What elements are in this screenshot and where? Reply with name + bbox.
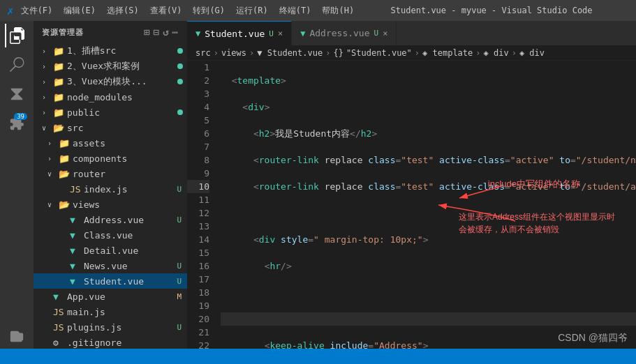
code-line-3: <h2>我是Student内容</h2> [221,127,636,140]
vue-file-icon: ▼ [70,230,81,241]
code-area[interactable]: 12345 6789 10 1112131415 1617181920 2122… [187,61,636,349]
tab-address-vue[interactable]: ▼ Address.vue U × [292,21,397,45]
sidebar-item-gitignore[interactable]: ⚙ .gitignore [34,335,187,349]
arrow-icon: › [47,155,59,162]
close-tab-icon[interactable]: × [383,29,387,38]
tab-modified: U [374,29,379,38]
sidebar-item-components[interactable]: › 📁 components [34,151,187,166]
js-file-icon: JS [53,322,64,333]
new-folder-icon[interactable]: ⊟ [154,26,160,38]
menu-file[interactable]: 文件(F) [21,5,53,17]
status-dot [177,109,183,115]
vue-file-icon: ▼ [70,245,81,256]
item-label: router [73,169,187,179]
watermark: CSDN @猫四爷 [558,332,628,344]
sidebar-item-main-js[interactable]: JS main.js [34,304,187,319]
sidebar-item-detail-vue[interactable]: ▼ Detail.vue [34,243,187,258]
breadcrumb-sep: › [475,48,480,58]
titlebar: ✗ 文件(F) 编辑(E) 选择(S) 查看(V) 转到(G) 运行(R) 终端… [0,0,636,21]
sidebar-item-views[interactable]: ∨ 📂 views [34,197,187,212]
folder-icon: 📁 [59,138,70,149]
titlebar-left: ✗ [7,4,14,17]
titlebar-menu[interactable]: 文件(F) 编辑(E) 选择(S) 查看(V) 转到(G) 运行(R) 终端(T… [21,5,355,17]
breadcrumb-sep: › [249,48,254,58]
refresh-icon[interactable]: ↺ [163,26,169,38]
close-tab-icon[interactable]: × [278,29,283,38]
breadcrumb-part: ▼ Student.vue [257,48,323,58]
vue-file-icon: ▼ [53,291,64,302]
sidebar-item-class-vue[interactable]: ▼ Class.vue [34,227,187,243]
activity-search[interactable] [5,53,29,77]
folder-icon: 📁 [53,46,64,56]
vue-file-icon: ▼ [70,276,81,287]
breadcrumb-part: ◈ template [422,48,473,58]
activity-extensions[interactable]: 39 [5,112,29,135]
status-dot [177,63,183,69]
item-label: .gitignore [67,338,187,348]
folder-icon: 📁 [53,77,64,87]
tab-student-vue[interactable]: ▼ Student.vue U × [187,21,292,45]
code-line-10 [221,312,636,326]
activity-debug[interactable] [5,325,29,349]
arrow-icon: › [42,78,53,86]
activity-source-control[interactable] [5,82,29,106]
js-file-icon: JS [70,184,81,195]
code-line-4: <router-link replace class="test" active… [221,153,636,167]
breadcrumb-sep: › [415,48,420,58]
file-icon: ⚙ [53,338,64,348]
collapse-icon[interactable]: ⋯ [172,26,179,38]
folder-open-icon: 📂 [59,199,70,210]
sidebar-title: 资源管理器 [42,27,84,38]
menu-terminal[interactable]: 终端(T) [279,5,311,17]
menu-help[interactable]: 帮助(H) [322,5,354,17]
sidebar-item-node-modules[interactable]: › 📁 node_modules [34,89,187,105]
sidebar-item-vuex2[interactable]: › 📁 3、Vuex的模块... [34,74,187,89]
sidebar-item-vuex1[interactable]: › 📁 2、Vuex求和案例 [34,59,187,74]
new-file-icon[interactable]: ⊞ [144,26,150,38]
code-line-6 [221,206,636,220]
folder-icon: 📁 [53,92,64,103]
item-label: main.js [67,307,187,317]
sidebar-item-router[interactable]: ∨ 📂 router [34,166,187,181]
breadcrumb-sep: › [214,48,219,58]
arrow-icon: ∨ [42,124,53,132]
menu-view[interactable]: 查看(V) [150,5,182,17]
menu-edit[interactable]: 编辑(E) [64,5,96,17]
modified-badge: U [177,215,182,225]
code-line-2: <div> [221,100,636,114]
sidebar-item-news-vue[interactable]: ▼ News.vue U [34,258,187,273]
breadcrumb-sep: › [512,48,517,58]
arrow-icon: › [42,93,53,101]
sidebar-item-src[interactable]: ∨ 📂 src [34,120,187,135]
sidebar-item-src1[interactable]: › 📁 1、插槽src [34,43,187,59]
menu-select[interactable]: 选择(S) [107,5,139,17]
sidebar-item-student-vue[interactable]: ▼ Student.vue U [34,273,187,289]
sidebar-header-icons[interactable]: ⊞ ⊟ ↺ ⋯ [144,26,179,38]
breadcrumb-part: views [221,48,246,58]
item-label: Detail.vue [84,245,187,256]
activity-explorer[interactable] [5,24,29,47]
modified-badge: U [177,261,182,271]
tab-label: Address.vue [309,28,369,38]
item-label: src [67,123,187,133]
sidebar-item-public[interactable]: › 📁 public [34,105,187,120]
tab-modified: U [269,29,274,38]
menu-goto[interactable]: 转到(G) [193,5,225,17]
sidebar-item-assets[interactable]: › 📁 assets [34,135,187,151]
item-label: components [73,153,187,164]
item-label: plugins.js [67,322,177,333]
vue-tab-icon: ▼ [195,29,200,38]
code-editor[interactable]: <template> <div> <h2>我是Student内容</h2> <r… [215,61,636,349]
code-line-5: <router-link replace class="test" active… [221,180,636,193]
item-label: Student.vue [84,276,177,287]
sidebar-item-index-js[interactable]: JS index.js U [34,181,187,197]
sidebar-item-app-vue[interactable]: ▼ App.vue M [34,289,187,304]
sidebar-item-plugins-js[interactable]: JS plugins.js U [34,319,187,335]
breadcrumb-part: ◈ div [484,48,509,58]
menu-run[interactable]: 运行(R) [236,5,268,17]
sidebar-header: 资源管理器 ⊞ ⊟ ↺ ⋯ [34,21,187,43]
item-label: views [73,199,187,210]
status-dot [177,79,183,84]
sidebar-item-address-vue[interactable]: ▼ Address.vue U [34,212,187,227]
titlebar-title: Student.vue - myvue - Visual Studio Code [354,6,629,15]
